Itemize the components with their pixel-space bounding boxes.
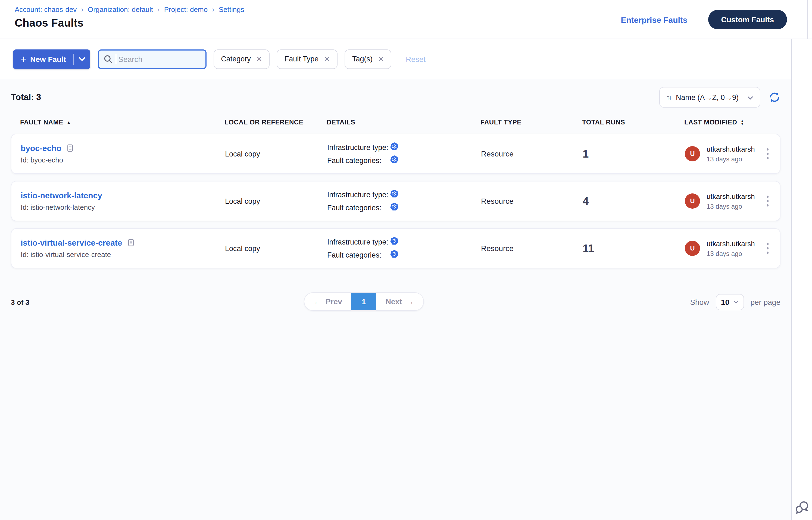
filter-chip-fault-type[interactable]: Fault Type ✕	[277, 49, 337, 69]
local-or-reference-value: Local copy	[225, 244, 327, 252]
new-fault-label: New Fault	[30, 55, 66, 63]
faults-toolbar: + New Fault Category	[0, 39, 791, 79]
prev-label: Prev	[326, 297, 342, 306]
faults-list-area: Total: 3 ↑↓ Name (A→Z, 0→9)	[0, 79, 791, 520]
fault-id: Id: byoc-echo	[21, 156, 225, 164]
close-icon[interactable]: ✕	[256, 55, 262, 62]
modified-by: utkarsh.utkarsh	[707, 145, 755, 153]
column-label: LAST MODIFIED	[684, 119, 737, 126]
refresh-icon	[768, 91, 781, 103]
fault-row: istio-network-latency Id: istio-network-…	[11, 181, 781, 221]
breadcrumb-link-project[interactable]: Project: demo	[164, 5, 208, 14]
total-runs-value: 11	[583, 242, 685, 255]
breadcrumb-link-settings[interactable]: Settings	[219, 5, 244, 14]
modified-time: 13 days ago	[707, 202, 755, 210]
header-right-divider	[807, 0, 808, 38]
column-header-fault-name[interactable]: FAULT NAME ▲	[20, 119, 225, 126]
chaos-faults-page: Account: chaos-dev › Organization: defau…	[0, 0, 812, 520]
page-1-button[interactable]: 1	[351, 293, 376, 310]
chevron-down-icon	[747, 93, 753, 102]
kubernetes-icon	[390, 189, 399, 200]
fault-id: Id: istio-network-latency	[21, 203, 225, 211]
search-input[interactable]	[98, 49, 206, 69]
column-header-fault-type: FAULT TYPE	[480, 119, 582, 126]
infrastructure-type-label: Infrastructure type:	[327, 143, 390, 151]
sort-updown-icon: ↑↓	[666, 94, 671, 101]
fault-name-link[interactable]: istio-network-latency	[21, 191, 102, 200]
copy-icon[interactable]	[127, 238, 135, 247]
fault-type-value: Resource	[481, 244, 583, 253]
chat-bubbles-icon	[795, 500, 809, 515]
custom-faults-button[interactable]: Custom Faults	[708, 10, 787, 29]
modified-time: 13 days ago	[707, 250, 755, 257]
chevron-down-icon	[733, 301, 739, 304]
pagination-range: 3 of 3	[11, 298, 29, 306]
per-page-label: per page	[750, 298, 781, 307]
infrastructure-type-label: Infrastructure type:	[327, 190, 390, 199]
breadcrumb-link-organization[interactable]: Organization: default	[88, 5, 153, 14]
close-icon[interactable]: ✕	[378, 55, 384, 62]
column-header-last-modified[interactable]: LAST MODIFIED ▲▼	[684, 119, 758, 126]
avatar: U	[685, 193, 700, 209]
close-icon[interactable]: ✕	[324, 55, 330, 62]
page-size-value: 10	[721, 298, 729, 307]
copy-icon[interactable]	[66, 144, 74, 153]
chevron-down-icon	[79, 57, 85, 61]
total-count: Total: 3	[11, 93, 41, 102]
refresh-button[interactable]	[768, 91, 781, 103]
infrastructure-type-label: Infrastructure type:	[327, 238, 390, 246]
filter-chip-label: Tag(s)	[352, 55, 373, 63]
pagination-bar: 3 of 3 ← Prev 1 Next → Show	[11, 292, 781, 312]
kubernetes-icon	[390, 236, 399, 248]
kubernetes-icon	[390, 155, 399, 166]
avatar: U	[685, 241, 700, 256]
column-header-local-or-reference: LOCAL OR REFERENCE	[225, 119, 327, 126]
plus-icon: +	[21, 54, 26, 64]
filter-chip-tags[interactable]: Tag(s) ✕	[345, 49, 391, 69]
filter-chip-label: Category	[221, 55, 251, 63]
search-icon	[103, 54, 113, 66]
fault-categories-label: Fault categories:	[327, 251, 390, 259]
enterprise-faults-link[interactable]: Enterprise Faults	[621, 15, 687, 24]
filter-chip-label: Fault Type	[284, 55, 319, 63]
filter-chip-category[interactable]: Category ✕	[213, 49, 270, 69]
kubernetes-icon	[390, 141, 399, 153]
fault-name-link[interactable]: byoc-echo	[21, 144, 61, 153]
page-size-select[interactable]: 10	[715, 294, 744, 310]
new-fault-dropdown-toggle[interactable]	[74, 49, 90, 69]
column-header-total-runs: TOTAL RUNS	[582, 119, 684, 126]
help-chat-button[interactable]	[795, 500, 809, 515]
row-menu-button[interactable]	[764, 145, 771, 162]
next-page-button[interactable]: Next →	[376, 293, 423, 310]
column-label: FAULT NAME	[20, 119, 63, 126]
reset-filters-button[interactable]: Reset	[406, 55, 426, 63]
new-fault-button-main[interactable]: + New Fault	[13, 49, 73, 69]
fault-list: byoc-echo Id: byoc-echo Local copy Infra…	[11, 134, 781, 268]
arrow-right-icon: →	[406, 297, 414, 306]
kubernetes-icon	[390, 202, 399, 213]
prev-page-button[interactable]: ← Prev	[304, 293, 351, 310]
fault-row: byoc-echo Id: byoc-echo Local copy Infra…	[11, 134, 781, 174]
new-fault-button[interactable]: + New Fault	[13, 49, 90, 69]
fault-categories-label: Fault categories:	[327, 156, 390, 164]
page-header: Account: chaos-dev › Organization: defau…	[0, 0, 812, 39]
row-menu-button[interactable]	[764, 240, 771, 257]
fault-type-value: Resource	[481, 150, 583, 158]
right-rail	[791, 39, 812, 520]
kubernetes-icon	[390, 249, 399, 261]
fault-id: Id: istio-virtual-service-create	[21, 251, 225, 259]
sort-select[interactable]: ↑↓ Name (A→Z, 0→9)	[659, 87, 760, 108]
arrow-left-icon: ←	[313, 297, 321, 306]
fault-categories-label: Fault categories:	[327, 204, 390, 212]
sort-select-value: Name (A→Z, 0→9)	[676, 93, 739, 101]
avatar: U	[685, 146, 700, 161]
breadcrumb-link-account[interactable]: Account: chaos-dev	[15, 5, 77, 14]
pager: ← Prev 1 Next →	[304, 292, 424, 311]
total-runs-value: 4	[583, 195, 685, 207]
row-menu-button[interactable]	[764, 192, 771, 209]
fault-name-link[interactable]: istio-virtual-service-create	[21, 238, 122, 247]
show-label: Show	[690, 298, 709, 307]
modified-by: utkarsh.utkarsh	[707, 239, 755, 248]
modified-by: utkarsh.utkarsh	[707, 192, 755, 200]
total-runs-value: 1	[583, 148, 685, 160]
